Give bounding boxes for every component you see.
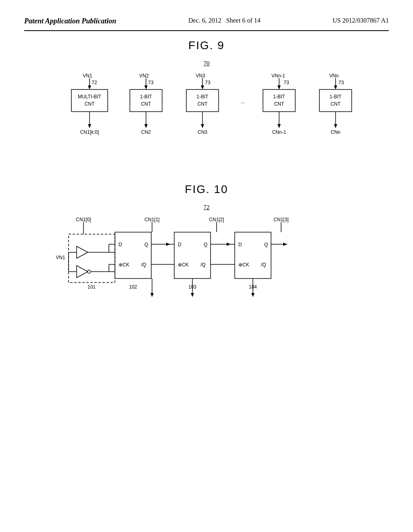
- fig10-cn12-label: CN1[2]: [209, 217, 224, 222]
- fig9-num73c: 73: [284, 80, 289, 85]
- fig10-svg: CN1[0] CN1[1] CN1[2] CN1[3] VN1: [49, 214, 364, 323]
- fig10-ff103-ck: ⊕CK: [178, 262, 189, 268]
- fig10-ff102-d: D: [119, 242, 122, 247]
- fig10-ff104-block: [235, 232, 271, 278]
- svg-marker-31: [227, 243, 231, 246]
- fig10-ff103-qbar: /Q: [200, 262, 206, 268]
- fig10-inverter-symbol: [77, 266, 88, 278]
- svg-marker-7: [201, 124, 204, 128]
- fig10-ff103-d: D: [178, 242, 181, 247]
- fig9-1bit-text2b: CNT: [141, 101, 151, 107]
- svg-marker-11: [277, 124, 281, 128]
- fig9-arrow1-head: [88, 85, 91, 89]
- fig10-num101: 101: [88, 284, 96, 290]
- fig9-cn2-label: CN2: [141, 129, 151, 135]
- fig10-diagram: CN1[0] CN1[1] CN1[2] CN1[3] VN1: [49, 214, 364, 319]
- fig9-num73a: 73: [148, 80, 154, 85]
- svg-marker-9: [277, 85, 281, 89]
- fig9-cnn-label: CNn: [331, 129, 340, 135]
- fig9-vn1-label: VN1: [83, 73, 92, 79]
- fig9-1bit-text5b: CNT: [331, 101, 341, 107]
- fig10-ff104-qbar: /Q: [261, 262, 266, 268]
- fig9-vn2-label: VN2: [139, 73, 149, 79]
- header-left-label: Patent Application Publication: [24, 16, 116, 26]
- fig10-title: FIG. 10: [24, 183, 389, 196]
- fig9-num73b: 73: [205, 80, 211, 85]
- fig9-diagram: VN1 72 MULTI-BIT CNT CN1[k:0] VN2 73: [49, 70, 364, 159]
- fig10-ff104-ck: ⊕CK: [238, 262, 249, 268]
- svg-marker-46: [191, 293, 194, 297]
- fig9-1bit-text3b: CNT: [198, 101, 208, 107]
- fig9-container: 70 VN1 72 MULTI-BIT CNT CN1[k:0]: [49, 60, 364, 159]
- fig10-section: FIG. 10 72 CN1[0] CN1[1] CN1[2] CN1[3] V…: [24, 183, 389, 319]
- svg-marker-36: [283, 243, 287, 246]
- svg-marker-3: [144, 124, 148, 128]
- fig9-1bit-block5: [319, 89, 352, 112]
- fig9-vn3-label: VN3: [196, 73, 205, 79]
- fig9-1bit-block3: [186, 89, 219, 112]
- fig10-ff102-q: Q: [144, 242, 148, 247]
- svg-marker-44: [150, 293, 154, 297]
- fig9-diagram-label: 70: [49, 60, 364, 67]
- fig9-vnn-label: VNn: [329, 73, 338, 79]
- fig10-buffer-symbol: [77, 246, 88, 258]
- fig9-svg: VN1 72 MULTI-BIT CNT CN1[k:0] VN2 73: [49, 70, 364, 159]
- fig9-num72: 72: [92, 80, 97, 85]
- header-sheet: Sheet 6 of 14: [226, 17, 261, 24]
- fig9-arrow1b-head: [88, 124, 91, 128]
- header: Patent Application Publication Dec. 6, 2…: [24, 16, 389, 31]
- svg-marker-15: [334, 124, 337, 128]
- fig10-ff103-block: [174, 232, 211, 278]
- fig9-title: FIG. 9: [24, 39, 389, 52]
- fig9-1bit-text4b: CNT: [274, 101, 284, 107]
- fig10-container: 72 CN1[0] CN1[1] CN1[2] CN1[3] VN1: [49, 204, 364, 319]
- fig9-1bit-text2a: 1-BIT: [140, 94, 152, 100]
- svg-marker-13: [334, 85, 337, 89]
- header-date: Dec. 6, 2012: [188, 17, 221, 24]
- fig10-cn10-label: CN1[0]: [76, 217, 91, 222]
- fig10-ff103-q: Q: [204, 242, 207, 247]
- svg-marker-48: [251, 293, 254, 297]
- fig9-1bit-block2: [130, 89, 162, 112]
- fig10-ff102-block: [115, 232, 151, 278]
- fig9-dots: ...: [241, 99, 245, 104]
- fig9-num73d: 73: [338, 80, 344, 85]
- fig10-ff104-q: Q: [264, 242, 268, 247]
- fig10-cn11-label: CN1[1]: [144, 217, 159, 222]
- page: Patent Application Publication Dec. 6, 2…: [0, 0, 413, 532]
- fig10-ff102-qbar: /Q: [141, 262, 146, 268]
- fig10-dashed-block-101: [69, 234, 115, 283]
- header-center: Dec. 6, 2012 Sheet 6 of 14: [188, 16, 261, 25]
- svg-marker-1: [144, 85, 148, 89]
- fig9-1bit-text5a: 1-BIT: [330, 94, 342, 100]
- fig10-ff104-d: D: [238, 242, 242, 247]
- fig9-1bit-text4a: 1-BIT: [273, 94, 285, 100]
- fig10-cn13-label: CN1[3]: [273, 217, 288, 222]
- svg-marker-23: [166, 243, 170, 246]
- fig9-1bit-block4: [263, 89, 295, 112]
- fig9-cnn1-label: CNn-1: [272, 129, 286, 135]
- fig9-section: FIG. 9 70 VN1 72 MULTI-BIT CNT: [24, 39, 389, 159]
- fig10-num102: 102: [129, 284, 137, 290]
- fig10-diagram-label: 72: [49, 204, 364, 211]
- svg-marker-5: [201, 85, 204, 89]
- fig9-multibit-text2: CNT: [85, 101, 95, 107]
- fig9-multibit-block: [71, 89, 108, 112]
- fig9-vnn1-label: VNn-1: [271, 73, 285, 79]
- fig9-multibit-text1: MULTI-BIT: [78, 94, 101, 100]
- fig9-cn1-label: CN1[k:0]: [80, 129, 99, 135]
- header-patent: US 2012/0307867 A1: [332, 16, 389, 25]
- fig9-1bit-text3a: 1-BIT: [196, 94, 209, 100]
- fig10-vn1-label: VN1: [56, 255, 65, 260]
- fig10-ff102-ck: ⊕CK: [119, 262, 129, 268]
- fig9-cn3-label: CN3: [198, 129, 207, 135]
